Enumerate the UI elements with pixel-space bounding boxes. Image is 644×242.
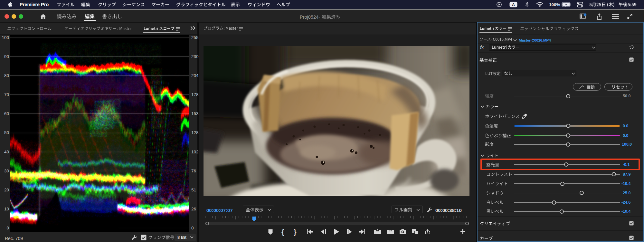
svg-text:A: A: [512, 2, 515, 7]
